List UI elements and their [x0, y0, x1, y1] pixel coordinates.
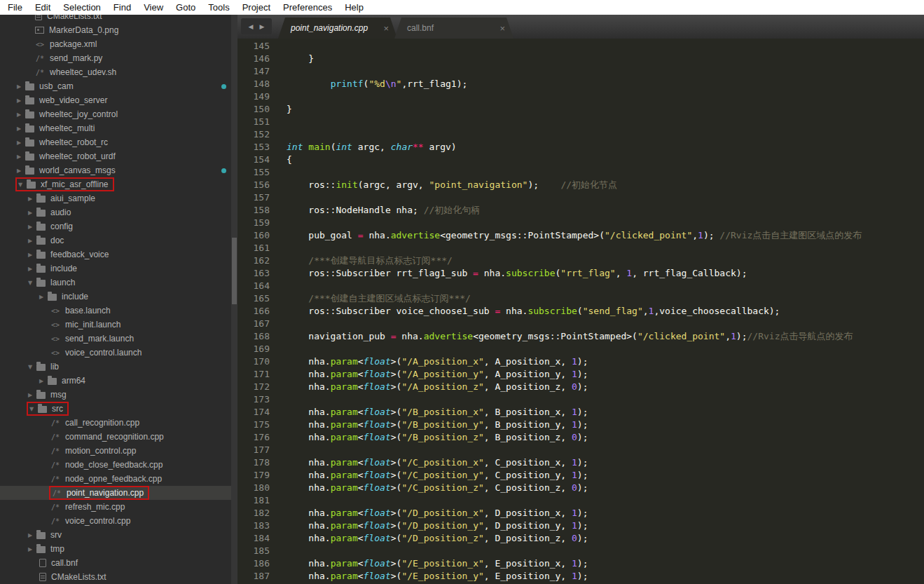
chevron-right-icon[interactable]: ▶ — [28, 210, 36, 216]
chevron-down-icon[interactable]: ▼ — [29, 406, 38, 412]
tree-item-doc[interactable]: ▶doc — [0, 233, 237, 247]
chevron-right-icon[interactable]: ▶ — [28, 224, 36, 230]
menu-item-view[interactable]: View — [137, 0, 170, 15]
chevron-right-icon[interactable]: ▶ — [17, 97, 25, 104]
tree-item-label: motion_control.cpp — [65, 446, 136, 456]
tree-item-include[interactable]: ▶include — [0, 262, 237, 276]
code-line: 185 — [243, 545, 924, 557]
tree-item-lib[interactable]: ▼lib — [0, 360, 237, 374]
code-line: 171 nha.param<float>("/A_position_y", A_… — [243, 368, 924, 381]
tree-item-usb-cam[interactable]: ▶usb_cam — [0, 79, 237, 93]
chevron-down-icon[interactable]: ▼ — [18, 182, 27, 188]
folder-icon — [48, 378, 57, 385]
tree-item-cmakelists-txt[interactable]: CMakeLists.txt — [0, 570, 237, 584]
folder-icon — [36, 224, 46, 231]
code-text: } — [270, 53, 314, 65]
chevron-down-icon[interactable]: ▼ — [28, 280, 36, 286]
tree-item-base-launch[interactable]: <>base.launch — [0, 304, 237, 318]
tree-item-send-mark-launch[interactable]: <>send_mark.launch — [0, 332, 237, 346]
menu-item-goto[interactable]: Goto — [170, 0, 202, 15]
menu-item-file[interactable]: File — [1, 0, 29, 15]
tree-item-world-canvas-msgs[interactable]: ▶world_canvas_msgs — [0, 163, 237, 177]
tree-item-wheeltec-multi[interactable]: ▶wheeltec_multi — [0, 121, 237, 135]
tree-item-cmakelists-txt[interactable]: CMakeLists.txt — [0, 15, 237, 23]
folder-icon — [27, 182, 36, 189]
tree-item-audio[interactable]: ▶audio — [0, 205, 237, 219]
chevron-right-icon[interactable]: ▶ — [17, 168, 25, 174]
chevron-right-icon[interactable]: ▶ — [28, 546, 36, 552]
sidebar-scrollbar-thumb[interactable] — [232, 238, 237, 304]
menu-item-project[interactable]: Project — [236, 0, 277, 15]
tree-item-feedback-voice[interactable]: ▶feedback_voice — [0, 247, 237, 262]
tree-item-package-xml[interactable]: <>package.xml — [0, 37, 237, 51]
chevron-right-icon[interactable]: ▶ — [17, 154, 25, 160]
chevron-right-icon[interactable]: ▶ — [28, 392, 36, 398]
close-icon[interactable]: × — [372, 23, 389, 34]
tree-item-include[interactable]: ▶include — [0, 290, 237, 304]
close-icon[interactable]: × — [488, 23, 505, 34]
line-number: 153 — [243, 141, 270, 154]
tree-item-arm64[interactable]: ▶arm64 — [0, 374, 237, 388]
code-line: 186 nha.param<float>("/E_position_x", E_… — [243, 557, 924, 570]
source-file-icon: /* — [35, 69, 45, 76]
tree-item-src[interactable]: ▼src — [0, 402, 237, 416]
tree-item-voice-control-cpp[interactable]: /*voice_control.cpp — [0, 514, 237, 528]
tree-item-web-video-server[interactable]: ▶web_video_server — [0, 93, 237, 107]
tree-item-launch[interactable]: ▼launch — [0, 276, 237, 290]
chevron-right-icon[interactable]: ▶ — [17, 125, 25, 132]
tree-item-markerdata-0-png[interactable]: MarkerData_0.png — [0, 23, 237, 37]
code-area[interactable]: 145146 }147148 printf("%d\n",rrt_flag1);… — [237, 39, 924, 584]
chevron-right-icon[interactable]: ▶ — [17, 140, 25, 146]
chevron-right-icon[interactable]: ▶ — [28, 252, 36, 258]
tree-item-wheeltec-udev-sh[interactable]: /*wheeltec_udev.sh — [0, 65, 237, 79]
tree-item-send-mark-py[interactable]: /*send_mark.py — [0, 51, 237, 65]
tree-item-node-close-feedback-cpp[interactable]: /*node_close_feedback.cpp — [0, 458, 237, 472]
menu-item-help[interactable]: Help — [338, 0, 370, 15]
menu-item-edit[interactable]: Edit — [29, 0, 57, 15]
tree-item-node-opne-feedback-cpp[interactable]: /*node_opne_feedback.cpp — [0, 472, 237, 486]
tab-scroll-right-icon[interactable]: ▶ — [260, 23, 265, 30]
tree-item-mic-init-launch[interactable]: <>mic_init.launch — [0, 318, 237, 332]
line-number: 150 — [243, 103, 270, 116]
tree-item-label: usb_cam — [39, 81, 74, 91]
menu-item-preferences[interactable]: Preferences — [277, 0, 338, 15]
tree-item-wheeltec-joy-control[interactable]: ▶wheeltec_joy_control — [0, 107, 237, 121]
tree-item-wheeltec-robot-rc[interactable]: ▶wheeltec_robot_rc — [0, 135, 237, 149]
folder-icon — [25, 125, 34, 133]
tree-item-label: base.launch — [65, 306, 111, 315]
tree-item-voice-control-launch[interactable]: <>voice_control.launch — [0, 346, 237, 360]
chevron-down-icon[interactable]: ▼ — [28, 364, 36, 370]
chevron-right-icon[interactable]: ▶ — [17, 83, 25, 90]
tree-item-xf-mic-asr-offline[interactable]: ▼xf_mic_asr_offline — [0, 177, 237, 191]
tree-item-point-navigation-cpp[interactable]: /*point_navigation.cpp — [0, 486, 237, 500]
tab-point-navigation-cpp[interactable]: point_navigation.cpp× — [278, 18, 397, 39]
tab-call-bnf[interactable]: call.bnf× — [394, 18, 513, 39]
tree-item-call-recognition-cpp[interactable]: /*call_recognition.cpp — [0, 416, 237, 430]
sidebar-scrollbar-track[interactable] — [231, 15, 237, 584]
menu-item-find[interactable]: Find — [107, 0, 137, 15]
menu-item-selection[interactable]: Selection — [57, 0, 106, 15]
chevron-right-icon[interactable]: ▶ — [39, 378, 48, 384]
tree-item-config[interactable]: ▶config — [0, 219, 237, 233]
chevron-right-icon[interactable]: ▶ — [28, 532, 36, 538]
tree-item-motion-control-cpp[interactable]: /*motion_control.cpp — [0, 444, 237, 458]
chevron-right-icon[interactable]: ▶ — [28, 266, 36, 272]
tree-item-tmp[interactable]: ▶tmp — [0, 542, 237, 556]
code-text: { — [270, 154, 292, 166]
tree-item-command-recognition-cpp[interactable]: /*command_recognition.cpp — [0, 430, 237, 444]
tree-item-msg[interactable]: ▶msg — [0, 388, 237, 402]
tab-scroll-buttons[interactable]: ◀ ▶ — [241, 18, 272, 34]
tree-item-call-bnf[interactable]: call.bnf — [0, 556, 237, 570]
tree-item-label: audio — [50, 208, 71, 217]
tree-item-srv[interactable]: ▶srv — [0, 528, 237, 542]
code-line: 153int main(int argc, char** argv) — [243, 141, 924, 154]
chevron-right-icon[interactable]: ▶ — [28, 196, 36, 202]
tab-scroll-left-icon[interactable]: ◀ — [249, 23, 254, 30]
tree-item-aiui-sample[interactable]: ▶aiui_sample — [0, 191, 237, 205]
chevron-right-icon[interactable]: ▶ — [17, 111, 25, 118]
menu-item-tools[interactable]: Tools — [202, 0, 235, 15]
tree-item-wheeltec-robot-urdf[interactable]: ▶wheeltec_robot_urdf — [0, 149, 237, 163]
chevron-right-icon[interactable]: ▶ — [39, 294, 48, 300]
chevron-right-icon[interactable]: ▶ — [28, 238, 36, 244]
tree-item-refresh-mic-cpp[interactable]: /*refresh_mic.cpp — [0, 500, 237, 514]
